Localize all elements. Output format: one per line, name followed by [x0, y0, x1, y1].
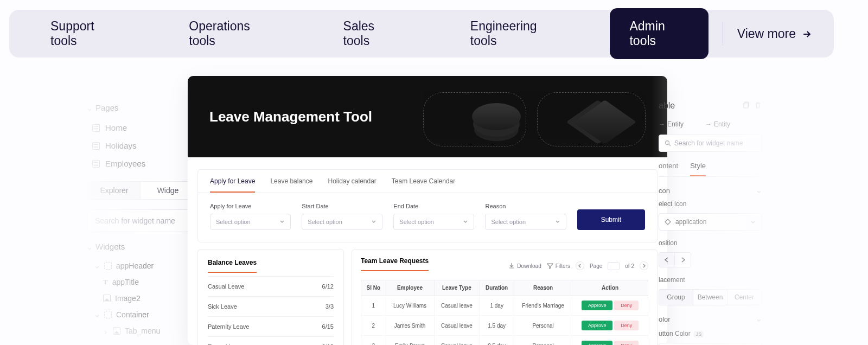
chevron-down-icon	[87, 105, 92, 111]
form-tabs: Apply for Leave Leave balance Holiday ca…	[198, 170, 657, 193]
page-holidays[interactable]: Holidays	[87, 137, 195, 155]
page-icon	[92, 142, 100, 150]
tab-team-leave-calendar[interactable]: Team Leave Calendar	[392, 177, 455, 193]
icon-select[interactable]: application	[659, 213, 762, 231]
position-label: osition	[659, 239, 762, 247]
explorer-widgets-switch[interactable]: Explorer Widge	[87, 181, 195, 200]
top-nav: Support tools Operations tools Sales too…	[9, 10, 834, 58]
page-employees[interactable]: Employees	[87, 155, 195, 173]
field-label: Apply for Leave	[210, 203, 291, 209]
placement-center[interactable]: Center	[727, 290, 761, 305]
filters-button[interactable]: Filters	[547, 263, 570, 269]
field-label: End Date	[393, 203, 474, 209]
entity-link[interactable]: → Entity	[705, 120, 730, 128]
page-next-button[interactable]	[640, 261, 648, 270]
select-icon-label: elect Icon	[659, 200, 762, 208]
page-home[interactable]: Home	[87, 119, 195, 137]
leave-form-card: Apply for Leave Leave balance Holiday ca…	[197, 169, 658, 242]
button-color-label: utton ColorJS	[659, 330, 762, 337]
image-icon	[103, 295, 111, 302]
tab-support-tools[interactable]: Support tools	[31, 8, 137, 59]
view-more-label: View more	[737, 27, 796, 41]
tab-holiday-calendar[interactable]: Holiday calendar	[328, 177, 376, 193]
entity-link[interactable]: → Entity	[659, 120, 684, 128]
divider	[723, 22, 723, 46]
approve-button[interactable]: Approve	[582, 341, 613, 345]
svg-rect-0	[744, 103, 748, 108]
start-date-select[interactable]: Select option	[302, 214, 382, 230]
submit-button[interactable]: Submit	[577, 209, 645, 230]
deny-button[interactable]: Deny	[614, 321, 639, 330]
position-left-button[interactable]	[659, 252, 675, 267]
chevron-down-icon	[87, 244, 92, 250]
tab-sales-tools[interactable]: Sales tools	[324, 8, 418, 59]
field-label: Start Date	[302, 203, 382, 209]
tab-operations-tools[interactable]: Operations tools	[169, 8, 291, 59]
table-row: 2James SmithCasual leave1.5 dayPersonal …	[361, 316, 648, 336]
table-row: 1Lucy WilliamsCasual leave1 dayFriend's …	[361, 296, 648, 316]
tab-engineering-tools[interactable]: Engineering tools	[451, 8, 578, 59]
svg-point-1	[666, 141, 669, 145]
hero-graphics	[423, 87, 651, 146]
tree-image2[interactable]: Image2	[87, 290, 195, 306]
balance-card: Balance Leaves Casual Leave6/12 Sick Lea…	[197, 249, 344, 345]
tab-apply-for-leave[interactable]: Apply for Leave	[210, 177, 255, 193]
color-input[interactable]: Enter color name or hex	[659, 343, 762, 345]
tree-apptitle[interactable]: TappTitle	[87, 274, 195, 290]
tree-appheader[interactable]: appHeader	[87, 258, 195, 274]
position-right-button[interactable]	[675, 252, 691, 267]
copy-icon[interactable]	[742, 101, 750, 111]
placement-between[interactable]: Between	[693, 290, 727, 305]
chevron-down-icon	[756, 188, 762, 194]
hero-banner: Leave Management Tool	[188, 76, 667, 157]
download-button[interactable]: Download	[508, 263, 541, 269]
icon-section-header[interactable]: con	[659, 187, 762, 195]
page-input[interactable]	[608, 262, 620, 270]
properties-panel: able → Entity → Entity Search for widget…	[659, 101, 762, 345]
js-badge: JS	[694, 331, 704, 337]
deny-button[interactable]: Deny	[614, 301, 639, 310]
widget-icon	[113, 327, 120, 335]
page-prev-button[interactable]	[576, 261, 584, 270]
selected-widget-title: able	[659, 101, 675, 111]
chevron-down-icon	[555, 219, 560, 225]
app-preview: Leave Management Tool Apply for Leave Le…	[188, 76, 667, 345]
approve-button[interactable]: Approve	[582, 301, 613, 310]
placement-label: lacement	[659, 276, 762, 284]
end-date-select[interactable]: Select option	[393, 214, 474, 230]
placement-group[interactable]: Group	[659, 290, 693, 305]
tree-container[interactable]: Container	[87, 306, 195, 323]
requests-card: Team Leave Requests Download Filters Pag…	[352, 249, 658, 345]
tab-leave-balance[interactable]: Leave balance	[270, 177, 312, 193]
tab-style[interactable]: Style	[690, 162, 706, 176]
chevron-right-icon	[103, 328, 108, 334]
tree-tabmenu[interactable]: Tab_menu	[87, 323, 195, 339]
view-more-link[interactable]: View more	[737, 27, 812, 41]
color-section-header[interactable]: olor	[659, 315, 762, 323]
page-icon	[92, 124, 100, 132]
balance-row: Paternity Leave6/15	[208, 316, 334, 336]
reason-select[interactable]: Select option	[485, 214, 566, 230]
container-icon	[104, 262, 112, 270]
approve-button[interactable]: Approve	[582, 321, 613, 330]
deny-button[interactable]: Deny	[614, 341, 639, 345]
leave-type-select[interactable]: Select option	[210, 214, 291, 230]
balance-title: Balance Leaves	[208, 259, 257, 273]
property-search-input[interactable]: Search for widget name	[659, 135, 762, 152]
requests-table: Sl No Employee Leave Type Duration Reaso…	[361, 280, 648, 345]
switch-explorer[interactable]: Explorer	[87, 182, 141, 199]
switch-widgets[interactable]: Widge	[141, 182, 195, 199]
page-of: of 2	[625, 263, 634, 269]
tag-icon	[665, 219, 671, 225]
widget-search-input[interactable]: Search for widget name	[87, 209, 195, 232]
page-icon	[92, 160, 100, 168]
search-icon	[665, 140, 671, 146]
pages-section-header[interactable]: Pages	[87, 103, 195, 112]
tab-admin-tools[interactable]: Admin tools	[610, 8, 708, 59]
hero-title: Leave Management Tool	[209, 108, 372, 125]
chevron-down-icon	[750, 219, 756, 225]
balance-row: Casual Leave6/12	[208, 276, 334, 296]
tab-content[interactable]: ontent	[659, 162, 678, 176]
widgets-section-header[interactable]: Widgets	[87, 242, 195, 251]
delete-icon[interactable]	[754, 101, 762, 111]
